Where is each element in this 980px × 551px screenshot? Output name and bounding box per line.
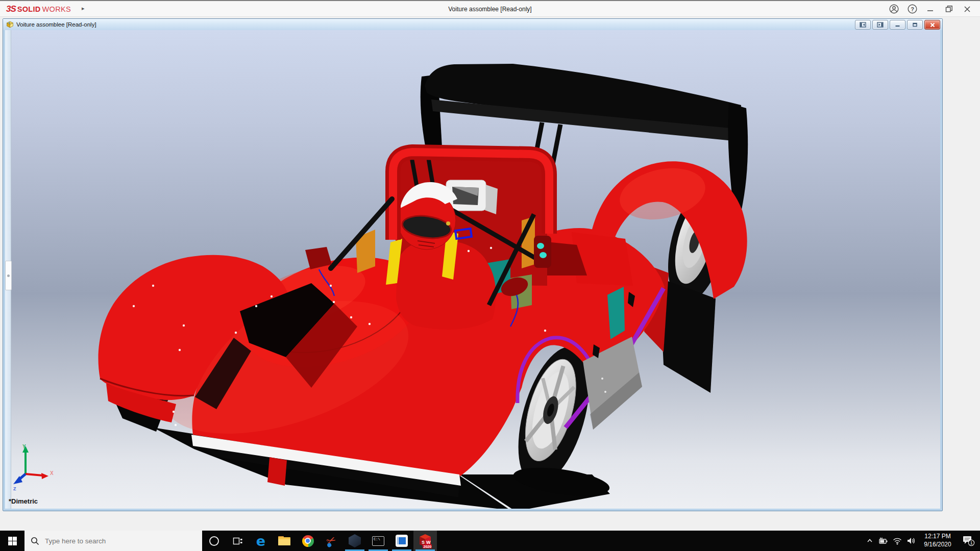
desktop: 3S SOLIDWORKS ▸ Voiture assomblee [Read-…	[0, 0, 980, 551]
triad-z-label: Z	[13, 486, 16, 491]
minimize-button[interactable]	[923, 3, 938, 16]
doc-restore-icon	[912, 22, 918, 28]
cortana-icon	[209, 536, 219, 546]
help-icon: ?	[908, 4, 917, 14]
media-app-icon	[396, 535, 408, 547]
triad-y-label: Y	[22, 444, 26, 449]
restore-button[interactable]	[941, 3, 957, 16]
start-button[interactable]	[0, 531, 24, 551]
svg-text:W: W	[426, 540, 431, 545]
media-app-button[interactable]	[390, 531, 413, 551]
system-tray: 12:17 PM 9/16/2020 1	[863, 531, 980, 551]
app-titlebar: 3S SOLIDWORKS ▸ Voiture assomblee [Read-…	[0, 0, 980, 17]
close-button[interactable]	[960, 3, 975, 16]
solidworks-logo[interactable]: 3S SOLIDWORKS	[6, 1, 71, 17]
account-icon	[889, 4, 899, 14]
wifi-tray-button[interactable]	[890, 531, 904, 551]
menu-expand-arrow-icon[interactable]: ▸	[82, 5, 85, 12]
taskbar-search[interactable]	[24, 531, 202, 551]
chrome-icon	[302, 535, 314, 547]
cortana-button[interactable]	[202, 531, 226, 551]
panel-splitter-handle[interactable]	[5, 261, 12, 290]
task-view-icon	[232, 537, 242, 545]
doc-minimize-icon	[894, 22, 901, 28]
document-titlebar[interactable]: Voiture assomblee [Read-only]	[3, 19, 942, 30]
minimize-icon	[926, 5, 935, 13]
wifi-icon	[893, 537, 902, 545]
file-explorer-icon	[278, 536, 290, 545]
command-prompt-button[interactable]: C:\	[366, 531, 390, 551]
graphics-area: Y X Z *Dimetric	[5, 30, 940, 509]
tray-expand-button[interactable]	[863, 531, 876, 551]
snipping-tool-icon: ✂	[325, 534, 338, 548]
hexagon-app-button[interactable]	[343, 531, 366, 551]
pane-left-icon	[860, 22, 866, 28]
doc-minimize-button[interactable]	[890, 20, 905, 30]
help-button[interactable]: ?	[904, 3, 920, 16]
solidworks-logo-text-bold: SOLID	[17, 5, 41, 13]
volume-tray-button[interactable]	[904, 531, 918, 551]
action-center-icon: 1	[963, 535, 975, 546]
windows-logo-icon	[8, 537, 17, 545]
viewport-canvas[interactable]	[5, 30, 940, 509]
account-button[interactable]	[886, 3, 901, 16]
notification-badge: 1	[970, 540, 973, 545]
taskbar-clock[interactable]: 12:17 PM 9/16/2020	[918, 533, 958, 548]
doc-close-button[interactable]	[924, 20, 940, 30]
hexagon-app-icon	[349, 534, 361, 547]
solidworks-2020-icon: S W 2020	[418, 533, 432, 548]
car-model	[99, 64, 748, 509]
doc-close-icon	[929, 22, 936, 28]
doc-restore-button[interactable]	[907, 20, 923, 30]
document-window: Voiture assomblee [Read-only]	[3, 18, 943, 511]
command-prompt-icon: C:\	[372, 536, 384, 546]
pane-toggle-left-button[interactable]	[855, 20, 871, 30]
app-window-controls: ?	[886, 1, 975, 17]
edge-icon: e	[256, 534, 265, 548]
splitter-dot	[7, 274, 10, 277]
pane-toggle-right-button[interactable]	[872, 20, 888, 30]
document-title: Voiture assomblee [Read-only]	[16, 21, 96, 28]
search-input[interactable]	[44, 537, 189, 545]
svg-text:?: ?	[911, 6, 914, 12]
assembly-icon	[6, 21, 14, 28]
task-view-button[interactable]	[226, 531, 249, 551]
chrome-button[interactable]	[296, 531, 320, 551]
solidworks-taskbar-button[interactable]: S W 2020	[413, 531, 437, 551]
battery-charging-icon	[878, 537, 889, 545]
close-icon	[963, 5, 971, 13]
edge-button[interactable]: e	[249, 531, 273, 551]
action-center-button[interactable]: 1	[958, 531, 980, 551]
taskbar: e ✂ C:\	[0, 531, 980, 551]
volume-icon	[906, 537, 916, 545]
solidworks-logo-text-light: WORKS	[42, 5, 71, 13]
clock-time: 12:17 PM	[918, 533, 958, 541]
restore-icon	[945, 5, 953, 13]
pane-right-icon	[877, 22, 884, 28]
svg-text:2020: 2020	[424, 545, 432, 548]
snipping-tool-button[interactable]: ✂	[320, 531, 343, 551]
view-orientation-label: *Dimetric	[9, 497, 38, 505]
chevron-up-icon	[866, 537, 873, 544]
solidworks-logo-mark: 3S	[6, 4, 16, 14]
search-icon	[31, 537, 39, 545]
app-window-title: Voiture assomblee [Read-only]	[0, 1, 980, 17]
svg-text:S: S	[422, 540, 425, 545]
clock-date: 9/16/2020	[918, 541, 958, 549]
orientation-triad: Y X Z	[12, 443, 55, 492]
battery-tray-button[interactable]	[876, 531, 890, 551]
triad-x-label: X	[50, 470, 54, 476]
document-window-buttons	[855, 20, 940, 30]
file-explorer-button[interactable]	[273, 531, 296, 551]
